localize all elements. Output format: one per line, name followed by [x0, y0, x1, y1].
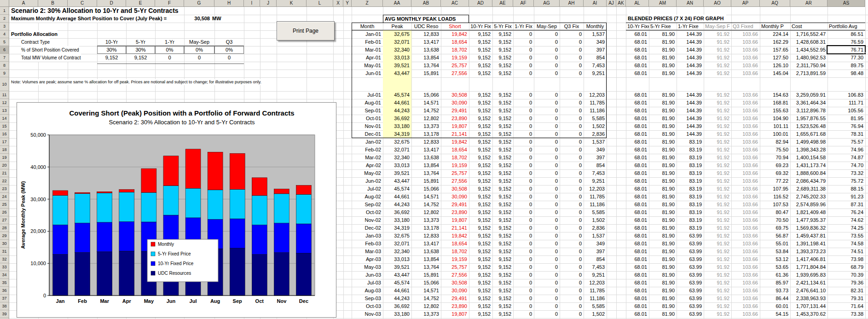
row-header[interactable]: 15	[0, 122, 9, 130]
cell[interactable]: Dec-02	[352, 224, 383, 232]
column-header[interactable]: F	[155, 0, 184, 7]
cell[interactable]: 0	[560, 263, 584, 271]
cell[interactable]: 30%	[97, 46, 126, 54]
cell[interactable]: 93.73	[760, 287, 790, 295]
cell[interactable]: 397	[584, 248, 607, 255]
cell[interactable]: 53.12	[760, 255, 790, 263]
cell[interactable]: 83.19	[677, 201, 704, 209]
cell[interactable]: 68.01	[626, 62, 649, 70]
cell[interactable]: 0	[534, 295, 560, 302]
cell[interactable]: 9,152	[469, 310, 492, 318]
cell[interactable]: 30,508	[441, 279, 469, 287]
cell[interactable]: 63.99	[677, 263, 704, 271]
cell[interactable]: 0	[560, 162, 584, 169]
cell[interactable]: 2,689,311.38	[790, 185, 827, 193]
cell[interactable]: 19,807	[441, 216, 469, 224]
cell[interactable]: 1,569,836.32	[790, 224, 827, 232]
cell[interactable]: 0	[513, 302, 534, 310]
cell[interactable]: 0	[513, 216, 534, 224]
cell[interactable]: May-02	[352, 169, 383, 177]
cell[interactable]: 854	[584, 54, 607, 62]
cell[interactable]: 14,571	[411, 99, 441, 107]
cell[interactable]: 13,417	[411, 146, 441, 154]
cell[interactable]: 74.58	[827, 240, 865, 248]
cell[interactable]: 9,152	[492, 263, 513, 271]
column-header[interactable]: AO	[704, 0, 731, 7]
cell[interactable]: 91.92	[704, 54, 731, 62]
cell[interactable]: 2,311,750.94	[790, 62, 827, 70]
cell[interactable]: 111.71	[827, 99, 865, 107]
cell[interactable]: 9,152	[469, 54, 492, 62]
cell[interactable]: 71.64	[827, 302, 865, 310]
cell[interactable]: Jun-01	[352, 70, 383, 77]
cell[interactable]: 81.90	[649, 310, 677, 318]
row-header[interactable]: 25	[0, 201, 9, 209]
cell[interactable]: 70.39	[827, 271, 865, 279]
cell[interactable]: 27,556	[441, 70, 469, 77]
cell[interactable]: 9,152	[469, 193, 492, 201]
cell[interactable]: 2,836	[584, 130, 607, 138]
cell[interactable]: 81.90	[649, 46, 677, 54]
cell[interactable]: 19,842	[441, 30, 469, 38]
cell[interactable]: 103.66	[731, 287, 760, 295]
cell[interactable]: 0	[534, 62, 560, 70]
cell[interactable]: 32,071	[383, 146, 411, 154]
cell[interactable]: 0	[513, 255, 534, 263]
cell[interactable]: 0	[560, 310, 584, 318]
cell[interactable]: 81.90	[649, 91, 677, 99]
row-header[interactable]: 29	[0, 232, 9, 240]
cell[interactable]: 9,152	[492, 146, 513, 154]
row-header[interactable]: 20	[0, 162, 9, 169]
cell[interactable]: 43,447	[383, 70, 411, 77]
row-header[interactable]: 38	[0, 302, 9, 310]
cell[interactable]: 19,159	[441, 255, 469, 263]
cell[interactable]: 5-Yr	[126, 38, 155, 46]
cell[interactable]: 91.92	[704, 271, 731, 279]
cell[interactable]: 103.66	[731, 232, 760, 240]
cell[interactable]: 103.66	[731, 248, 760, 255]
cell[interactable]: 19,159	[441, 162, 469, 169]
cell[interactable]: 91.92	[704, 248, 731, 255]
cell[interactable]: 83.19	[677, 224, 704, 232]
cell[interactable]: 104.90	[760, 115, 790, 122]
cell[interactable]: 13,764	[411, 263, 441, 271]
cell[interactable]: 23,890	[441, 209, 469, 216]
cell[interactable]: 13,638	[411, 46, 441, 54]
cell[interactable]: 63.99	[677, 295, 704, 302]
cell[interactable]: Q3 Fixed	[731, 23, 760, 30]
cell[interactable]: 9,152	[492, 70, 513, 77]
cell[interactable]: 81.90	[649, 38, 677, 46]
cell[interactable]: 9,152	[469, 224, 492, 232]
cell[interactable]: 9,152	[469, 177, 492, 185]
row-header[interactable]: 12	[0, 99, 9, 107]
cell[interactable]: 854	[584, 255, 607, 263]
cell[interactable]: 0%	[184, 46, 214, 54]
cell[interactable]: 75.72	[827, 177, 865, 185]
cell[interactable]: 1,499,498.98	[790, 138, 827, 146]
cell[interactable]: 81.90	[649, 99, 677, 107]
cell[interactable]: 103.66	[731, 302, 760, 310]
cell[interactable]: 91.92	[704, 255, 731, 263]
cell[interactable]: 45,574	[383, 279, 411, 287]
column-header[interactable]: AN	[677, 0, 704, 7]
row-header[interactable]: 14	[0, 115, 9, 122]
cell[interactable]: 9,152	[469, 122, 492, 130]
cell[interactable]: 10-Yr Fixe	[626, 23, 649, 30]
cell[interactable]: 103.66	[731, 115, 760, 122]
cell[interactable]: 30,508	[441, 185, 469, 193]
cell[interactable]: 0	[534, 169, 560, 177]
cell[interactable]: 0	[513, 310, 534, 318]
cell[interactable]: 87.31	[827, 201, 865, 209]
cell[interactable]: 0	[534, 302, 560, 310]
cell[interactable]: 0	[513, 99, 534, 107]
cell[interactable]: 0	[513, 146, 534, 154]
cell[interactable]: 63.99	[677, 302, 704, 310]
cell[interactable]: 91.92	[704, 38, 731, 46]
cell[interactable]: Sep-02	[352, 201, 383, 209]
cell[interactable]: 85.97	[760, 279, 790, 287]
cell[interactable]: Dec-01	[352, 130, 383, 138]
cell[interactable]: Feb-03	[352, 240, 383, 248]
cell[interactable]: 13,854	[411, 255, 441, 263]
print-page-button[interactable]: Print Page	[277, 21, 335, 41]
cell[interactable]: 18,654	[441, 240, 469, 248]
